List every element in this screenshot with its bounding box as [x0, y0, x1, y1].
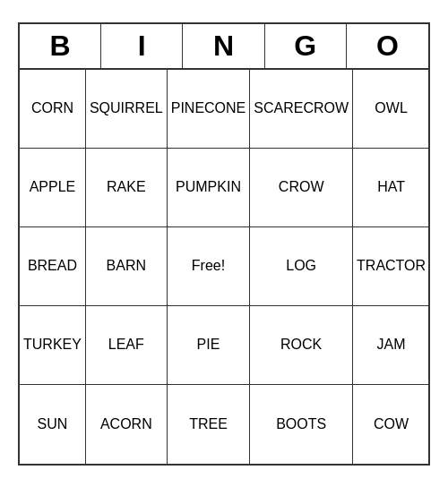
bingo-cell-r0-c4: OWL — [353, 70, 429, 149]
bingo-cell-r1-c2: PUMPKIN — [168, 149, 251, 227]
bingo-cell-r0-c3: SCARECROW — [250, 70, 353, 149]
bingo-cell-r4-c2: TREE — [168, 385, 251, 464]
bingo-cell-r1-c0: APPLE — [20, 149, 86, 227]
bingo-header-letter: O — [347, 24, 428, 68]
bingo-cell-r2-c1: BARN — [86, 227, 168, 306]
bingo-card: BINGO CORNSQUIRRELPINECONESCARECROWOWLAP… — [18, 22, 430, 466]
bingo-cell-r3-c3: ROCK — [250, 306, 353, 385]
bingo-cell-r3-c1: LEAF — [86, 306, 168, 385]
bingo-header-letter: G — [265, 24, 347, 68]
bingo-cell-r4-c4: COW — [353, 385, 429, 464]
bingo-cell-r1-c1: RAKE — [86, 149, 168, 227]
bingo-cell-r0-c0: CORN — [20, 70, 86, 149]
bingo-header-letter: B — [20, 24, 101, 68]
bingo-cell-r0-c2: PINECONE — [168, 70, 251, 149]
bingo-header-letter: N — [183, 24, 264, 68]
bingo-cell-r2-c2: Free! — [168, 227, 251, 306]
bingo-cell-r1-c3: CROW — [250, 149, 353, 227]
bingo-cell-r1-c4: HAT — [353, 149, 429, 227]
bingo-grid: CORNSQUIRRELPINECONESCARECROWOWLAPPLERAK… — [20, 70, 428, 464]
bingo-header-letter: I — [101, 24, 183, 68]
bingo-header: BINGO — [20, 24, 428, 70]
bingo-cell-r4-c0: SUN — [20, 385, 86, 464]
bingo-cell-r3-c2: PIE — [168, 306, 251, 385]
bingo-cell-r2-c3: LOG — [250, 227, 353, 306]
bingo-cell-r0-c1: SQUIRREL — [86, 70, 168, 149]
bingo-cell-r3-c4: JAM — [353, 306, 429, 385]
bingo-cell-r2-c4: TRACTOR — [353, 227, 429, 306]
bingo-cell-r3-c0: TURKEY — [20, 306, 86, 385]
bingo-cell-r4-c3: BOOTS — [250, 385, 353, 464]
bingo-cell-r4-c1: ACORN — [86, 385, 168, 464]
bingo-cell-r2-c0: BREAD — [20, 227, 86, 306]
